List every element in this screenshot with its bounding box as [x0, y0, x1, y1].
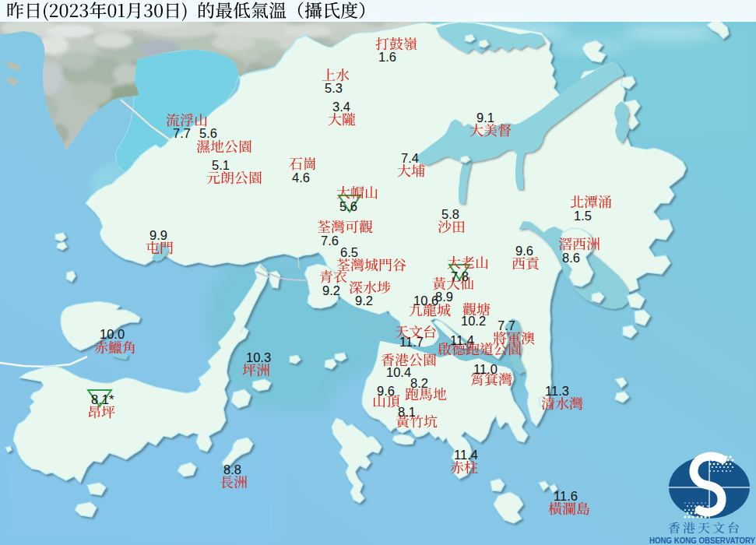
svg-text:7.6: 7.6	[321, 234, 339, 248]
svg-text:1.5: 1.5	[574, 209, 592, 223]
svg-text:8.1*: 8.1*	[91, 392, 114, 406]
svg-text:6.5: 6.5	[340, 245, 358, 259]
svg-text:5.1: 5.1	[212, 158, 230, 172]
svg-text:7.7: 7.7	[173, 126, 191, 140]
svg-text:9.1: 9.1	[476, 111, 494, 125]
svg-text:10.2: 10.2	[461, 314, 486, 328]
svg-text:8.1: 8.1	[398, 405, 416, 419]
svg-text:3.4: 3.4	[332, 100, 350, 114]
svg-text:8.2: 8.2	[410, 376, 428, 390]
svg-text:4.6: 4.6	[292, 171, 310, 185]
svg-text:11.0: 11.0	[473, 362, 498, 376]
svg-text:7.8: 7.8	[451, 269, 469, 283]
svg-text:9.2: 9.2	[355, 294, 373, 308]
svg-text:11.4: 11.4	[450, 333, 474, 347]
svg-text:1.6: 1.6	[378, 50, 396, 64]
svg-text:8.6: 8.6	[562, 251, 580, 265]
svg-text:11.4: 11.4	[454, 448, 478, 462]
svg-text:7.7: 7.7	[498, 318, 515, 332]
svg-text:9.2: 9.2	[322, 283, 340, 297]
svg-text:8.8: 8.8	[223, 462, 241, 476]
svg-text:10.6: 10.6	[413, 294, 438, 308]
svg-text:11.7: 11.7	[399, 335, 424, 349]
svg-text:9.9: 9.9	[149, 228, 167, 242]
svg-text:5.3: 5.3	[325, 81, 343, 95]
svg-text:5.8: 5.8	[441, 207, 459, 221]
svg-text:11.6: 11.6	[554, 489, 578, 503]
svg-text:11.3: 11.3	[545, 384, 569, 398]
svg-text:10.4: 10.4	[386, 365, 411, 379]
svg-text:5.6: 5.6	[339, 199, 357, 213]
svg-text:HONG KONG OBSERVATORY: HONG KONG OBSERVATORY	[649, 536, 755, 545]
svg-text:10.3: 10.3	[246, 350, 271, 364]
svg-text:10.0: 10.0	[100, 327, 125, 341]
svg-text:9.6: 9.6	[515, 244, 533, 258]
svg-text:7.4: 7.4	[401, 151, 419, 165]
svg-text:9.6: 9.6	[377, 384, 395, 398]
svg-text:5.6: 5.6	[199, 126, 217, 140]
